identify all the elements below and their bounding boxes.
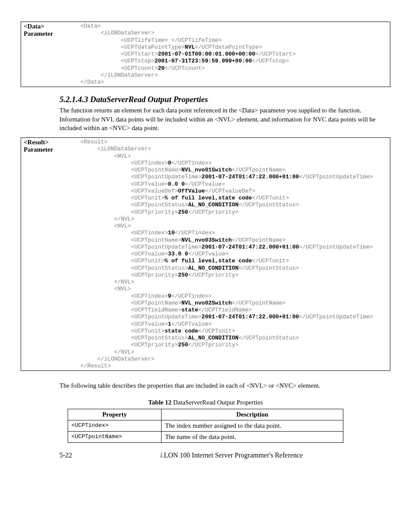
section-heading: 5.2.1.4.3 DataServerRead Output Properti… (59, 95, 390, 104)
table-row: <UCPTindex> The index number assigned to… (68, 420, 343, 431)
table-row: <UCPTpointName> The name of the data poi… (68, 431, 343, 442)
result-param-code-cell: <Result> <iLONDataServer> <NVL> <UCPTind… (78, 138, 390, 371)
cell-description: The index number assigned to the data po… (162, 420, 343, 431)
th-description: Description (162, 409, 343, 420)
result-parameter-block: <Result> Parameter <Result> <iLONDataSer… (21, 137, 390, 371)
data-parameter-block: <Data> Parameter <Data> <iLONDataServer>… (21, 22, 390, 87)
label-data: <Data> (24, 23, 44, 30)
label-parameter-2: Parameter (24, 146, 53, 153)
table-caption: Table 12 DataServerRead Output Propertie… (21, 399, 390, 406)
table-caption-bold: Table 12 (148, 399, 171, 406)
footer-title: i.LON 100 Internet Server Programmer's R… (160, 451, 303, 459)
label-result: <Result> (24, 139, 49, 146)
table-caption-rest: DataServerRead Output Properties (171, 399, 263, 406)
table-header-row: Property Description (68, 409, 343, 420)
label-parameter: Parameter (24, 30, 53, 37)
data-param-code-cell: <Data> <iLONDataServer> <UCPTlifeTime> <… (78, 22, 390, 87)
page-footer: 5-22 i.LON 100 Internet Server Programme… (59, 451, 390, 459)
result-param-label: <Result> Parameter (21, 138, 78, 371)
page-number: 5-22 (59, 451, 159, 459)
cell-description: The name of the data point. (162, 431, 343, 442)
properties-table: Property Description <UCPTindex> The ind… (68, 409, 343, 443)
cell-property: <UCPTpointName> (68, 431, 162, 442)
table-intro-paragraph: The following table describes the proper… (59, 381, 390, 390)
data-param-code: <Data> <iLONDataServer> <UCPTlifeTime> <… (81, 23, 387, 86)
data-param-label: <Data> Parameter (21, 22, 78, 87)
footer-title-rest: LON 100 Internet Server Programmer's Ref… (164, 451, 302, 459)
cell-property: <UCPTindex> (68, 420, 162, 431)
section-paragraph: The function returns an element for each… (59, 106, 390, 132)
th-property: Property (68, 409, 162, 420)
result-param-code: <Result> <iLONDataServer> <NVL> <UCPTind… (81, 139, 387, 370)
